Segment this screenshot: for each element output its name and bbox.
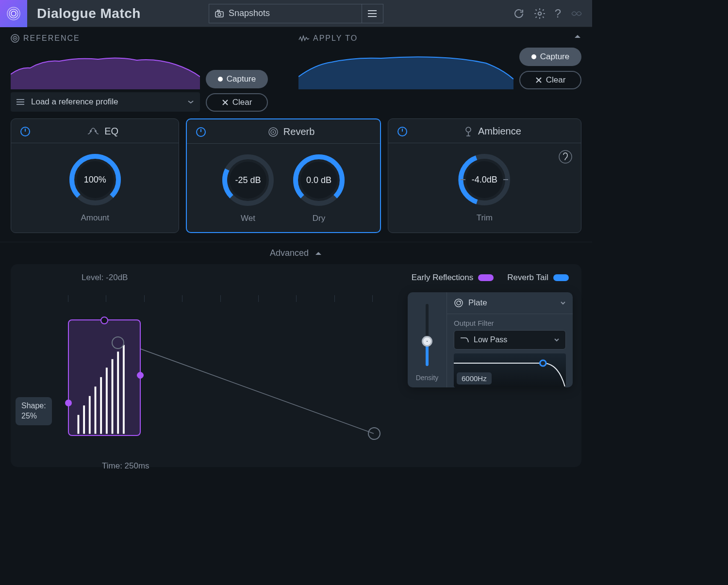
er-shape-handle[interactable] [65,400,72,406]
reverb-wet-label: Wet [241,214,255,223]
help-button[interactable]: ? [555,7,561,20]
svg-point-2 [11,11,16,16]
density-thumb[interactable] [422,336,432,347]
lowpass-icon [460,336,469,343]
density-slider[interactable] [426,304,429,366]
ambience-power-button[interactable] [397,126,408,137]
legend-reverb-tail: Reverb Tail [507,273,569,283]
close-icon [535,77,542,84]
time-label: Time: 250ms [102,461,149,471]
svg-rect-3 [215,12,223,17]
reverb-dry-dial[interactable]: 0.0 dB [292,153,346,207]
chevron-down-icon [554,338,560,342]
svg-point-9 [15,38,16,39]
advanced-panel: Level: -20dB Early Reflections Reverb Ta… [11,264,581,467]
apply-to-header: APPLY TO [298,34,581,43]
collapse-button[interactable] [574,34,581,39]
filter-type-label: Low Pass [474,335,549,344]
legend-early-reflections: Early Reflections [412,273,494,283]
snapshots-label: Snapshots [229,8,270,18]
reference-profile-dropdown[interactable]: Load a reference profile [11,92,200,112]
output-filter-section-label: Output Filter [447,314,573,330]
reverb-type-label: Plate [468,298,555,308]
refresh-icon [513,8,525,19]
profile-section: REFERENCE Load a reference profile [0,27,592,112]
reference-clear-button[interactable]: Clear [206,93,268,112]
waveform-icon [298,35,309,42]
reverb-icon [268,127,279,137]
apply-capture-button[interactable]: Capture [519,48,581,66]
reverb-settings-panel: Density Plate Output Filter Low Pass 600… [408,292,573,387]
eq-title: EQ [104,126,118,137]
density-label: Density [416,374,439,382]
svg-point-4 [218,13,221,16]
shape-badge: Shape: 25% [16,397,52,425]
apply-clear-button[interactable]: Clear [519,71,581,89]
modules-row: EQ 100% Amount Reverb [0,112,592,242]
app-logo [0,0,27,27]
early-reflections-box[interactable] [68,319,141,436]
capture-label: Capture [540,52,569,62]
svg-point-21 [272,131,274,133]
reference-panel: REFERENCE Load a reference profile [11,34,294,112]
er-bars-icon [69,320,140,434]
reverb-dry-value: 0.0 dB [292,153,346,207]
filter-graph[interactable]: 6000Hz [454,353,566,387]
clear-label: Clear [232,98,252,107]
apply-to-spectrum [298,48,513,89]
app-title: Dialogue Match [37,6,141,21]
svg-point-12 [90,130,92,132]
reverb-module[interactable]: Reverb -25 dB Wet [186,118,381,233]
ambience-icon [463,126,473,137]
ambience-listen-button[interactable] [559,150,572,164]
svg-rect-5 [217,10,219,12]
hamburger-icon [367,10,377,17]
eq-power-button[interactable] [20,126,31,137]
shape-value: 25% [21,412,37,420]
reference-header: REFERENCE [11,34,294,43]
eq-amount-value: 100% [68,153,122,206]
reverb-type-dropdown[interactable]: Plate [447,292,573,314]
logo-icon [6,6,21,21]
reverb-power-button[interactable] [196,127,206,137]
reference-capture-button[interactable]: Capture [206,70,268,88]
chevron-down-icon [187,100,194,104]
snapshots-menu-button[interactable] [362,4,383,23]
ear-icon [559,150,572,164]
eq-module[interactable]: EQ 100% Amount [11,118,179,233]
svg-point-30 [466,127,471,132]
chevron-down-icon [560,301,566,305]
settings-button[interactable] [533,7,546,20]
ambience-trim-dial[interactable]: -4.0dB [458,153,511,206]
snapshots-bar: Snapshots [209,4,383,23]
snapshots-dropdown[interactable]: Snapshots [209,8,362,18]
record-dot-icon [531,54,536,59]
clear-label: Clear [546,75,566,85]
eq-amount-label: Amount [81,213,109,223]
legend-er-label: Early Reflections [412,273,474,283]
advanced-label: Advanced [270,248,309,258]
svg-point-6 [538,12,541,15]
ambience-module[interactable]: Ambience -4.0dB Trim [388,118,581,233]
apply-to-label: APPLY TO [313,34,358,43]
tail-end-handle[interactable] [368,427,381,440]
plate-icon [454,298,463,308]
er-level-handle[interactable] [100,317,108,324]
header-icons: ? [513,7,592,20]
hamburger-icon [17,99,24,105]
svg-point-50 [540,360,546,366]
advanced-toggle[interactable]: Advanced [0,242,592,264]
record-dot-icon [218,77,223,82]
reference-spectrum [11,48,200,89]
reverb-wet-dial[interactable]: -25 dB [221,153,275,207]
refresh-button[interactable] [513,8,525,19]
filter-type-dropdown[interactable]: Low Pass [454,330,566,350]
brand-icon [570,7,583,20]
blue-pill-icon [553,274,569,281]
reference-label: REFERENCE [23,34,80,43]
reverb-tail-line [141,319,383,436]
purple-pill-icon [478,274,494,281]
tail-start-handle[interactable] [112,336,124,349]
reverb-wet-value: -25 dB [221,153,275,207]
eq-amount-dial[interactable]: 100% [68,153,122,206]
